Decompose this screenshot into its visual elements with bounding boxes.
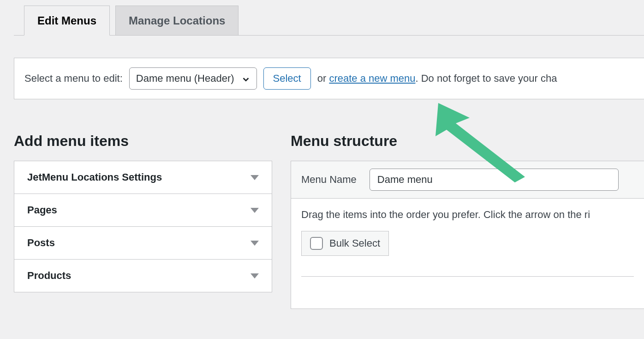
accordion-item-label: Products	[27, 270, 71, 282]
accordion-item-label: JetMenu Locations Settings	[27, 171, 162, 183]
accordion: JetMenu Locations Settings Pages Posts P…	[14, 161, 272, 292]
triangle-down-icon	[250, 241, 259, 246]
menu-selector-bar: Select a menu to edit: Dame menu (Header…	[14, 58, 644, 99]
menu-dropdown[interactable]: Dame menu (Header)	[129, 67, 257, 90]
bulk-select-checkbox[interactable]	[310, 237, 323, 250]
accordion-item-products[interactable]: Products	[14, 260, 272, 292]
triangle-down-icon	[250, 208, 259, 213]
bulk-select-label: Bulk Select	[329, 237, 380, 249]
accordion-item-label: Posts	[27, 237, 55, 249]
helper-text: or create a new menu. Do not forget to s…	[317, 73, 557, 85]
or-text: or	[317, 73, 327, 84]
tab-edit-menus[interactable]: Edit Menus	[24, 6, 110, 36]
tail-text: . Do not forget to save your cha	[416, 73, 557, 84]
bulk-select-button[interactable]: Bulk Select	[301, 231, 389, 256]
accordion-item-pages[interactable]: Pages	[14, 194, 272, 227]
menu-structure-heading: Menu structure	[291, 133, 644, 150]
menu-name-row: Menu Name	[291, 161, 644, 199]
menu-dropdown-value: Dame menu (Header)	[136, 73, 234, 85]
tab-bar: Edit Menus Manage Locations	[14, 0, 644, 36]
menu-structure-panel: Menu Name Drag the items into the order …	[291, 161, 644, 309]
chevron-down-icon	[242, 74, 250, 83]
accordion-item-posts[interactable]: Posts	[14, 227, 272, 260]
triangle-down-icon	[250, 175, 259, 180]
menu-name-label: Menu Name	[301, 174, 357, 186]
tab-manage-locations[interactable]: Manage Locations	[115, 6, 239, 36]
create-new-menu-link[interactable]: create a new menu	[329, 73, 415, 84]
select-menu-label: Select a menu to edit:	[24, 73, 123, 85]
select-button[interactable]: Select	[263, 67, 311, 90]
menu-items-container	[301, 276, 634, 290]
triangle-down-icon	[250, 273, 259, 278]
add-menu-items-heading: Add menu items	[14, 133, 272, 150]
menu-name-input[interactable]	[370, 169, 619, 191]
drag-instruction-text: Drag the items into the order you prefer…	[301, 209, 634, 221]
accordion-item-label: Pages	[27, 204, 57, 216]
accordion-item-jetmenu[interactable]: JetMenu Locations Settings	[14, 161, 272, 194]
